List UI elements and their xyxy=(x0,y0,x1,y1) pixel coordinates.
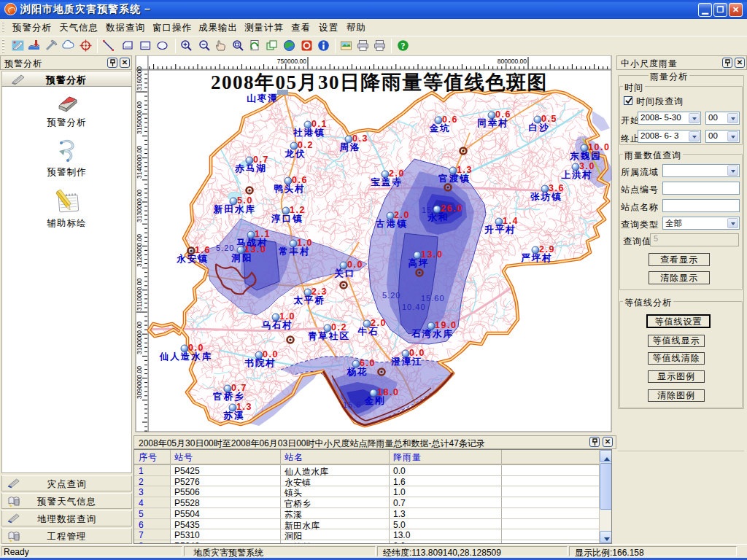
svg-text:石湾水库: 石湾水库 xyxy=(411,329,454,339)
svg-text:金刚: 金刚 xyxy=(364,396,386,406)
svg-text:官渡镇: 官渡镇 xyxy=(438,174,471,184)
svg-text:?: ? xyxy=(401,41,406,51)
svg-text:古港镇: 古港镇 xyxy=(375,219,408,229)
svg-text:东魏园: 东魏园 xyxy=(569,151,602,161)
svg-text:永安镇: 永安镇 xyxy=(176,254,209,264)
svg-text:3140000.00: 3140000.00 xyxy=(136,146,143,179)
svg-text:金坑: 金坑 xyxy=(429,123,451,133)
svg-text:常丰村: 常丰村 xyxy=(278,246,311,257)
svg-text:新田水库: 新田水库 xyxy=(213,204,256,214)
svg-text:15.60: 15.60 xyxy=(421,294,445,303)
svg-text:龙伏: 龙伏 xyxy=(285,149,306,159)
svg-text:永和: 永和 xyxy=(427,211,449,222)
svg-text:10.40: 10.40 xyxy=(402,303,426,311)
svg-text:严坪村: 严坪村 xyxy=(520,253,553,263)
svg-text:洞阳: 洞阳 xyxy=(231,253,253,263)
svg-text:750000.00: 750000.00 xyxy=(277,58,306,65)
svg-text:宝盖寺: 宝盖寺 xyxy=(371,176,403,187)
svg-text:苏溪: 苏溪 xyxy=(223,411,245,421)
svg-text:800000.00: 800000.00 xyxy=(498,58,527,65)
svg-text:3100000.00: 3100000.00 xyxy=(136,322,143,354)
svg-text:同幸村: 同幸村 xyxy=(477,118,509,128)
svg-text:关口: 关口 xyxy=(334,268,356,279)
svg-text:乌石村: 乌石村 xyxy=(261,320,293,330)
svg-text:仙人造水库: 仙人造水库 xyxy=(159,351,213,362)
svg-text:3160000: 3160000 xyxy=(136,66,143,90)
svg-text:15.6: 15.6 xyxy=(343,400,361,409)
svg-text:3150000.00: 3150000.00 xyxy=(136,101,143,134)
svg-text:高坪: 高坪 xyxy=(409,258,430,268)
svg-text:3120000.00: 3120000.00 xyxy=(136,234,143,267)
svg-text:杨花: 杨花 xyxy=(347,367,368,377)
svg-text:张坊镇: 张坊镇 xyxy=(530,192,562,202)
svg-text:2008年05月30日降雨量等值线色斑图: 2008年05月30日降雨量等值线色斑图 xyxy=(211,71,548,93)
svg-text:淳口镇: 淳口镇 xyxy=(271,214,303,224)
svg-text:赤马湖: 赤马湖 xyxy=(234,163,267,174)
svg-text:社港镇: 社港镇 xyxy=(293,128,325,138)
svg-text:白沙: 白沙 xyxy=(529,122,550,133)
svg-text:牛石: 牛石 xyxy=(357,327,379,337)
svg-text:官桥乡: 官桥乡 xyxy=(212,392,245,402)
svg-text:鸭头村: 鸭头村 xyxy=(274,184,306,194)
svg-text:周洛: 周洛 xyxy=(339,142,361,152)
svg-text:青草社区: 青草社区 xyxy=(308,331,350,341)
svg-text:升平村: 升平村 xyxy=(484,225,516,235)
svg-text:3090000.00: 3090000.00 xyxy=(136,366,143,399)
svg-text:5.20: 5.20 xyxy=(382,291,400,300)
svg-text:澄潭江: 澄潭江 xyxy=(390,357,423,367)
svg-text:山枣潭: 山枣潭 xyxy=(247,93,279,104)
svg-text:太平桥: 太平桥 xyxy=(293,295,325,306)
svg-text:3130000.00: 3130000.00 xyxy=(136,190,143,222)
svg-text:书院村: 书院村 xyxy=(244,357,276,368)
svg-text:5.20: 5.20 xyxy=(216,244,234,252)
svg-text:3110000.00: 3110000.00 xyxy=(136,278,143,311)
svg-text:上洪村: 上洪村 xyxy=(561,170,593,180)
